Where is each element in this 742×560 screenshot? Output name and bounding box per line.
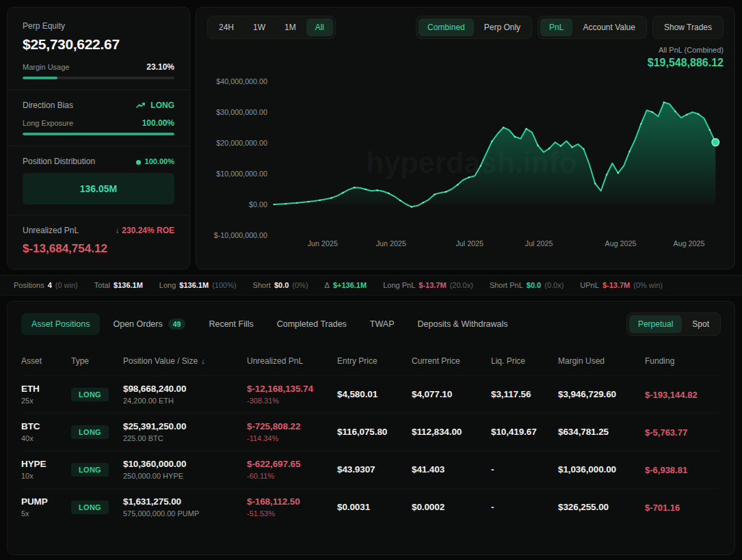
tab-twap[interactable]: TWAP — [360, 313, 405, 335]
chart-point — [423, 202, 425, 204]
summary-extra: (100%) — [212, 281, 236, 289]
cell-value: $-622,697.65 — [247, 459, 337, 469]
chart-point — [628, 150, 631, 152]
position-row-eth[interactable]: ETH25xLONG$98,668,240.0024,200.00 ETH$-1… — [21, 375, 721, 413]
y-axis-tick-label: $20,000,000.00 — [216, 139, 267, 147]
y-axis-tick-label: $40,000,000.00 — [216, 77, 267, 85]
chart-point — [652, 111, 654, 114]
column-header-entry-price[interactable]: Entry Price — [337, 356, 412, 366]
chart-point — [709, 129, 711, 131]
view-pnl[interactable]: PnL — [540, 18, 572, 36]
table-cell: $-12,168,135.74-308.31% — [247, 384, 337, 405]
table-cell: $3,946,729.60 — [558, 389, 645, 399]
summary-label: Total — [94, 281, 110, 289]
table-cell: $98,668,240.0024,200.00 ETH — [123, 384, 247, 405]
funding-value: $-701.16 — [645, 503, 680, 513]
chart-point — [503, 126, 505, 129]
positions-tabs: Asset PositionsOpen Orders49Recent Fills… — [21, 312, 518, 336]
show-trades-group: Show Trades — [652, 16, 724, 39]
cell-subvalue: -51.53% — [247, 509, 337, 518]
chart-point — [618, 172, 620, 174]
chart-point — [274, 204, 276, 206]
x-axis-tick-label: Jul 2025 — [525, 239, 553, 248]
table-cell: $4,077.10 — [412, 389, 491, 399]
chart-point — [491, 141, 493, 143]
table-cell: $-5,763.77 — [645, 426, 721, 438]
cell-value: PUMP — [21, 496, 71, 507]
cell-value: $1,036,000.00 — [558, 464, 645, 475]
combined-perp-toggle: CombinedPerp Only — [416, 16, 532, 39]
tab-completed-trades[interactable]: Completed Trades — [267, 313, 357, 335]
table-cell: - — [491, 502, 558, 512]
time-filter-24h[interactable]: 24H — [210, 18, 243, 36]
tab-recent-fills[interactable]: Recent Fills — [198, 313, 263, 335]
chart-point — [594, 183, 596, 185]
summary-value: 4 — [48, 281, 52, 289]
tab-open-orders[interactable]: Open Orders49 — [103, 312, 196, 336]
market-spot[interactable]: Spot — [683, 315, 718, 333]
trading-dashboard: Perp Equity $25,730,622.67 Margin Usage … — [0, 0, 742, 560]
column-header-margin-used[interactable]: Margin Used — [558, 356, 645, 366]
pnl-chart[interactable]: hyperdash.info$40,000,000.00$30,000,000.… — [207, 70, 724, 250]
tab-asset-positions[interactable]: Asset Positions — [21, 313, 100, 335]
chart-point — [308, 201, 310, 203]
view-account-value[interactable]: Account Value — [574, 18, 644, 36]
position-row-hype[interactable]: HYPE10xLONG$10,360,000.00250,000.00 HYPE… — [21, 451, 721, 488]
tab-deposits-withdrawals[interactable]: Deposits & Withdrawals — [408, 313, 518, 335]
distribution-box[interactable]: 136.05M — [23, 173, 174, 204]
unrealized-pnl-value: $-13,684,754.12 — [23, 242, 174, 256]
column-header-unrealized-pnl[interactable]: Unrealized PnL — [247, 356, 337, 366]
y-axis-tick-label: $30,000,000.00 — [216, 108, 267, 116]
mode-perp-only[interactable]: Perp Only — [475, 18, 529, 36]
column-label: Current Price — [412, 356, 460, 366]
pnl-account-toggle: PnLAccount Value — [538, 16, 647, 39]
cell-value: - — [491, 464, 558, 475]
time-filter-1w[interactable]: 1W — [244, 18, 274, 36]
position-type-badge: LONG — [71, 388, 109, 401]
chart-point — [342, 192, 344, 194]
cell-subvalue: 10x — [21, 472, 71, 480]
column-header-position-value-size[interactable]: Position Value / Size↓ — [123, 356, 247, 366]
trend-up-icon — [136, 101, 146, 109]
table-cell: $-193,144.82 — [645, 388, 721, 401]
table-cell: $0.0031 — [337, 502, 412, 512]
tab-label: Deposits & Withdrawals — [418, 319, 508, 329]
chart-point — [571, 146, 573, 148]
column-label: Liq. Price — [491, 356, 525, 366]
column-header-current-price[interactable]: Current Price — [412, 356, 491, 366]
cell-value: $-168,112.50 — [247, 496, 337, 507]
x-axis-tick-label: Aug 2025 — [605, 239, 636, 248]
summary-label: Short — [253, 281, 271, 289]
account-summary-panel: Perp Equity $25,730,622.67 Margin Usage … — [7, 7, 190, 269]
funding-value: $-6,938.81 — [645, 465, 687, 475]
margin-usage-label: Margin Usage — [23, 63, 69, 71]
column-label: Position Value / Size — [123, 356, 198, 366]
cell-value: BTC — [21, 421, 71, 431]
column-header-asset[interactable]: Asset — [21, 356, 71, 366]
market-perpetual[interactable]: Perpetual — [629, 315, 682, 333]
cell-value: $112,834.00 — [412, 427, 491, 437]
chart-point — [434, 194, 436, 196]
time-filter-all[interactable]: All — [306, 18, 333, 36]
position-row-btc[interactable]: BTC40xLONG$25,391,250.00225.00 BTC$-725,… — [21, 413, 721, 451]
column-header-liq-price[interactable]: Liq. Price — [491, 356, 558, 366]
position-row-pump[interactable]: PUMP5xLONG$1,631,275.00575,000,000.00 PU… — [21, 488, 721, 526]
table-header-row: AssetTypePosition Value / Size↓Unrealize… — [21, 352, 721, 375]
table-cell: LONG — [71, 425, 123, 439]
all-pnl-label: All PnL (Combined) — [207, 46, 724, 54]
column-header-funding[interactable]: Funding — [645, 356, 721, 366]
table-cell: BTC40x — [21, 421, 71, 442]
column-header-type[interactable]: Type — [71, 356, 123, 366]
long-distribution-dot-icon — [136, 160, 141, 165]
cell-subvalue: 40x — [21, 434, 71, 442]
show-trades-button[interactable]: Show Trades — [655, 18, 721, 36]
table-cell: - — [491, 464, 558, 475]
sort-desc-icon: ↓ — [201, 357, 205, 365]
time-filter-1m[interactable]: 1M — [276, 18, 305, 36]
tab-label: Completed Trades — [277, 319, 347, 329]
summary-value: $0.0 — [527, 281, 541, 289]
mode-combined[interactable]: Combined — [419, 18, 474, 36]
cell-subvalue: -308.31% — [247, 397, 337, 405]
funding-value: $-5,763.77 — [645, 427, 687, 438]
summary-label: Long PnL — [383, 281, 415, 289]
